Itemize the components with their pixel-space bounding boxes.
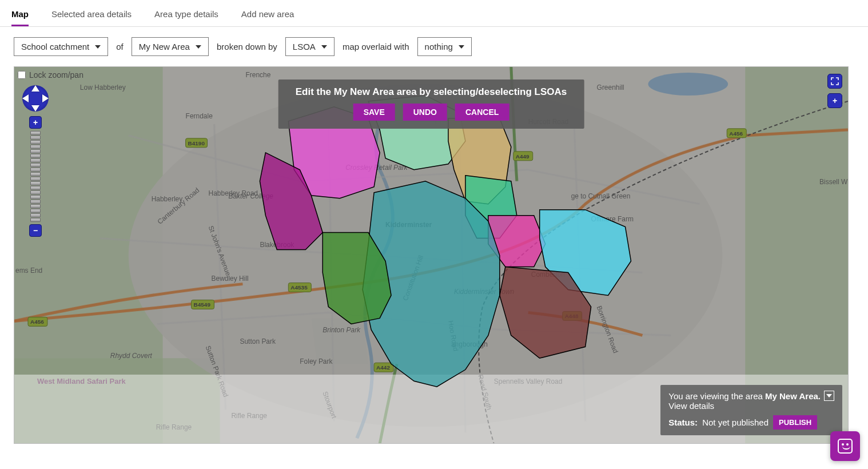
caret-down-icon [196, 45, 201, 49]
filter-text-overlaid: map overlaid with [343, 42, 409, 51]
pan-up-icon[interactable] [31, 85, 39, 92]
dropdown-breakdown[interactable]: LSOA [285, 37, 335, 56]
caret-down-icon [95, 45, 101, 49]
tab-add-new-area[interactable]: Add new area [241, 5, 294, 26]
lock-zoom-pan[interactable]: Lock zoom/pan [18, 70, 83, 80]
filter-text-broken: broken down by [217, 42, 277, 51]
lock-zoom-pan-label: Lock zoom/pan [29, 70, 83, 80]
fullscreen-icon[interactable] [827, 74, 842, 89]
publish-button[interactable]: PUBLISH [773, 415, 817, 430]
zoom-in-button[interactable]: + [29, 116, 42, 129]
dropdown-breakdown-value: LSOA [293, 42, 316, 51]
undo-button[interactable]: UNDO [403, 104, 447, 121]
zoom-column: + − [29, 116, 42, 237]
add-layer-icon[interactable]: + [827, 93, 842, 108]
tab-selected-area-details[interactable]: Selected area details [51, 5, 132, 26]
status-label: Status: [668, 418, 698, 427]
tab-bar: Map Selected area details Area type deta… [0, 0, 868, 27]
edit-area-panel: Edit the My New Area area by selecting/d… [278, 80, 584, 129]
cancel-button[interactable]: CANCEL [455, 104, 509, 121]
area-info-panel: You are viewing the area My New Area. Vi… [660, 385, 842, 435]
filter-text-of: of [116, 42, 124, 51]
chat-widget-icon[interactable] [830, 431, 860, 461]
zoom-out-button[interactable]: − [29, 224, 42, 237]
save-button[interactable]: SAVE [353, 104, 395, 121]
dropdown-area-name[interactable]: My New Area [132, 37, 209, 56]
info-line1-area: My New Area. [765, 391, 821, 401]
pan-down-icon[interactable] [31, 105, 39, 112]
dropdown-area-type-value: School catchment [21, 42, 89, 51]
caret-down-icon [459, 45, 464, 49]
tab-map[interactable]: Map [11, 5, 29, 26]
tab-area-type-details[interactable]: Area type details [154, 5, 218, 26]
map-container[interactable]: B4190 A456 A456 A449 A442 A448 A4535 B45… [14, 66, 849, 444]
zoom-slider[interactable] [30, 131, 41, 222]
expand-info-icon[interactable] [824, 391, 834, 401]
map-tool-buttons: + [827, 74, 842, 108]
pan-wheel [22, 85, 49, 112]
dropdown-area-name-value: My New Area [139, 42, 190, 51]
dropdown-overlay-value: nothing [425, 42, 453, 51]
pan-right-icon[interactable] [42, 94, 49, 102]
view-details-link[interactable]: View details [668, 401, 714, 411]
smile-icon [838, 439, 853, 454]
edit-panel-title: Edit the My New Area area by selecting/d… [296, 86, 567, 98]
pan-left-icon[interactable] [22, 94, 29, 102]
lock-zoom-pan-checkbox[interactable] [18, 71, 26, 79]
map-nav-control: + − [22, 85, 49, 237]
status-value: Not yet published [702, 418, 769, 427]
info-line1-prefix: You are viewing the area [668, 391, 765, 401]
filter-row: School catchment of My New Area broken d… [0, 27, 868, 66]
caret-down-icon [321, 45, 327, 49]
dropdown-overlay[interactable]: nothing [417, 37, 472, 56]
dropdown-area-type[interactable]: School catchment [14, 37, 108, 56]
